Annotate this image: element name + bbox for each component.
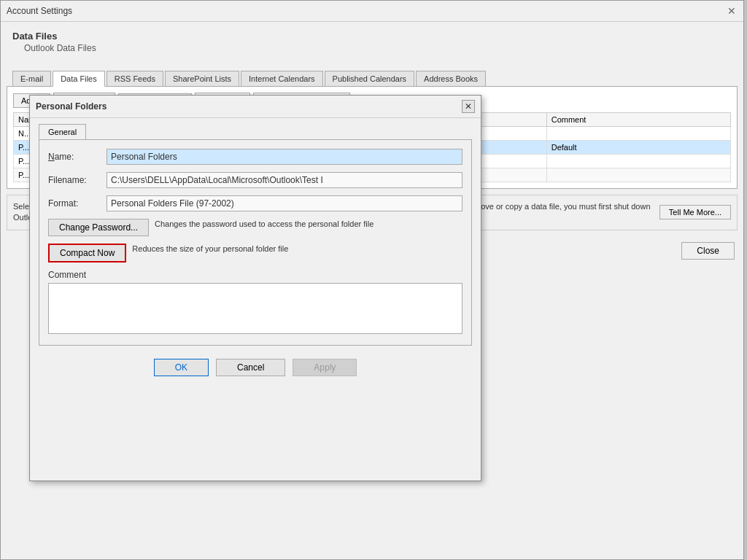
modal-tabs: General — [39, 124, 472, 139]
window-title: Account Settings — [7, 6, 72, 16]
window-close-icon[interactable]: ✕ — [726, 5, 738, 17]
format-row: Format: — [48, 195, 462, 211]
modal-titlebar: Personal Folders ✕ — [30, 96, 481, 118]
col-comment: Comment — [546, 113, 730, 127]
tab-internetcalendars[interactable]: Internet Calendars — [241, 71, 323, 86]
change-password-desc: Changes the password used to access the … — [155, 219, 374, 230]
window-header-title: Data Files — [12, 31, 732, 42]
ok-button[interactable]: OK — [154, 359, 209, 376]
tabs-row: E-mail Data Files RSS Feeds SharePoint L… — [12, 71, 732, 86]
tab-datafiles[interactable]: Data Files — [53, 71, 105, 87]
window-header: Data Files Outlook Data Files — [1, 22, 743, 59]
tab-rssfeeds[interactable]: RSS Feeds — [107, 71, 163, 86]
name-row: Name: — [48, 149, 462, 165]
change-password-row: Change Password... Changes the password … — [48, 219, 462, 236]
close-button[interactable]: Close — [681, 242, 735, 260]
format-label: Format: — [48, 198, 107, 209]
comment-section: Comment — [48, 270, 462, 336]
name-input[interactable] — [107, 149, 462, 165]
modal-footer: OK Cancel Apply — [30, 351, 481, 384]
modal-tab-content: Name: Filename: Format: Change Password.… — [39, 139, 472, 346]
modal-tab-general[interactable]: General — [39, 124, 86, 139]
compact-now-desc: Reduces the size of your personal folder… — [132, 244, 288, 254]
apply-button[interactable]: Apply — [293, 359, 357, 376]
comment-label: Comment — [48, 270, 462, 280]
filename-row: Filename: — [48, 172, 462, 188]
tab-addressbooks[interactable]: Address Books — [416, 71, 486, 86]
window-titlebar: Account Settings ✕ — [1, 1, 743, 22]
tab-sharepointlists[interactable]: SharePoint Lists — [165, 71, 239, 86]
compact-now-button[interactable]: Compact Now — [48, 244, 126, 262]
cancel-button[interactable]: Cancel — [216, 359, 285, 376]
modal-title: Personal Folders — [36, 101, 107, 112]
format-input — [107, 195, 462, 211]
tell-me-more-button[interactable]: Tell Me More... — [659, 205, 731, 219]
modal-close-icon[interactable]: ✕ — [462, 100, 475, 113]
modal-body: General Name: Filename: Format: — [30, 118, 481, 351]
tabs-container: E-mail Data Files RSS Feeds SharePoint L… — [7, 65, 738, 87]
filename-input[interactable] — [107, 172, 462, 188]
comment-textarea[interactable] — [48, 283, 462, 334]
tab-publishedcalendars[interactable]: Published Calendars — [325, 71, 415, 86]
name-label: Name: — [48, 152, 107, 162]
window-header-subtitle: Outlook Data Files — [24, 43, 732, 53]
filename-label: Filename: — [48, 175, 107, 185]
compact-now-row: Compact Now Reduces the size of your per… — [48, 244, 462, 262]
tab-email[interactable]: E-mail — [12, 71, 51, 86]
change-password-button[interactable]: Change Password... — [48, 219, 149, 236]
personal-folders-dialog: Personal Folders ✕ General Name: Filenam… — [29, 95, 481, 481]
